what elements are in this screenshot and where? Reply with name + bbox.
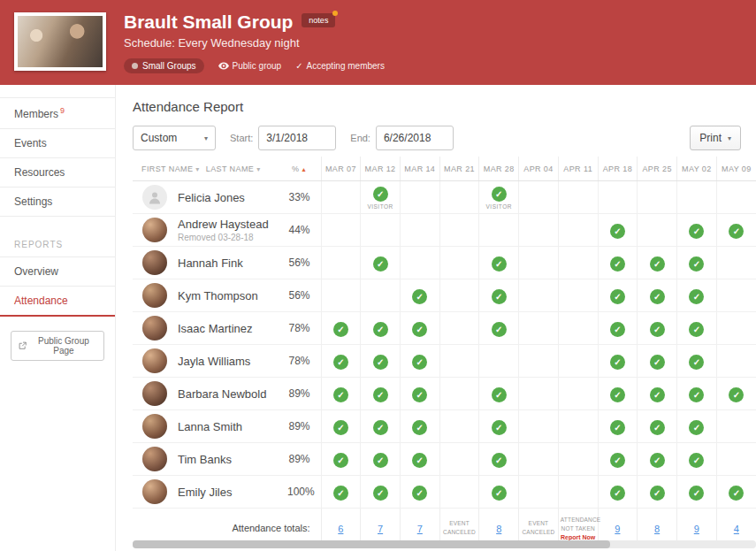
attendance-cell[interactable]: ✓: [716, 214, 756, 247]
attendance-count-link[interactable]: 8: [496, 524, 501, 534]
attendance-cell[interactable]: ✓: [479, 247, 519, 279]
attendance-cell[interactable]: ✓: [479, 279, 519, 312]
attendance-cell[interactable]: [558, 410, 598, 443]
attendance-cell[interactable]: ✓: [361, 443, 401, 476]
member-name[interactable]: Isaac Martinez: [178, 322, 253, 335]
attendance-cell[interactable]: ✓VISITOR: [479, 181, 519, 214]
attendance-cell[interactable]: ✓: [321, 410, 361, 443]
member-name[interactable]: Emily Jiles: [178, 486, 232, 499]
attendance-cell[interactable]: ✓: [638, 345, 677, 378]
attendance-cell[interactable]: [519, 476, 559, 509]
attendance-cell[interactable]: [558, 476, 598, 509]
attendance-cell[interactable]: ✓: [676, 279, 716, 312]
attendance-cell[interactable]: [439, 279, 479, 312]
start-date-input[interactable]: [258, 126, 336, 150]
attendance-cell[interactable]: [558, 345, 598, 378]
attendance-cell[interactable]: [439, 312, 479, 345]
attendance-cell[interactable]: ✓: [598, 247, 638, 279]
report-now-link[interactable]: Report Now: [561, 534, 596, 540]
attendance-cell[interactable]: ✓: [361, 378, 401, 410]
attendance-cell[interactable]: ✓: [479, 378, 519, 410]
attendance-cell[interactable]: ✓: [400, 345, 439, 378]
attendance-cell[interactable]: ✓: [400, 312, 439, 345]
attendance-cell[interactable]: ✓: [676, 214, 716, 247]
member-name[interactable]: Lanna Smith: [178, 420, 242, 433]
sidebar-item-members[interactable]: Members9: [0, 97, 115, 129]
attendance-cell[interactable]: [321, 181, 361, 214]
attendance-cell[interactable]: [558, 312, 598, 345]
member-name[interactable]: Tim Banks: [178, 453, 232, 466]
sidebar-item-settings[interactable]: Settings: [0, 187, 115, 217]
attendance-cell[interactable]: [439, 247, 479, 279]
print-button[interactable]: Print ▾: [690, 126, 741, 150]
attendance-count-link[interactable]: 7: [378, 524, 383, 534]
attendance-cell[interactable]: [519, 378, 559, 410]
date-range-select[interactable]: Custom ▾: [133, 126, 216, 150]
attendance-cell[interactable]: ✓: [400, 378, 439, 410]
attendance-cell[interactable]: [479, 345, 519, 378]
attendance-cell[interactable]: [598, 181, 638, 214]
attendance-cell[interactable]: ✓: [361, 345, 401, 378]
attendance-cell[interactable]: ✓: [361, 312, 401, 345]
attendance-cell[interactable]: ✓: [598, 443, 638, 476]
attendance-cell[interactable]: [558, 247, 598, 279]
attendance-count-link[interactable]: 9: [615, 524, 620, 534]
attendance-cell[interactable]: ✓: [676, 443, 716, 476]
attendance-cell[interactable]: ✓: [638, 378, 677, 410]
sidebar-item-overview[interactable]: Overview: [0, 256, 115, 287]
attendance-cell[interactable]: [519, 345, 559, 378]
horizontal-scrollbar-track[interactable]: [133, 540, 756, 548]
attendance-cell[interactable]: ✓: [598, 312, 638, 345]
attendance-cell[interactable]: [519, 247, 559, 279]
attendance-cell[interactable]: ✓: [676, 345, 716, 378]
group-photo[interactable]: [14, 12, 106, 71]
attendance-cell[interactable]: [439, 378, 479, 410]
attendance-cell[interactable]: ✓: [361, 247, 401, 279]
attendance-count-link[interactable]: 9: [694, 524, 699, 534]
attendance-cell[interactable]: ✓: [598, 345, 638, 378]
horizontal-scrollbar-thumb[interactable]: [133, 540, 610, 548]
attendance-cell[interactable]: [638, 214, 677, 247]
member-name[interactable]: Andrew Haystead: [178, 218, 269, 231]
attendance-cell[interactable]: [439, 214, 479, 247]
attendance-cell[interactable]: ✓: [321, 443, 361, 476]
attendance-count-link[interactable]: 8: [654, 524, 660, 534]
attendance-cell[interactable]: [400, 181, 439, 214]
attendance-cell[interactable]: [519, 214, 559, 247]
attendance-cell[interactable]: ✓: [676, 247, 716, 279]
sidebar-item-attendance[interactable]: Attendance: [0, 287, 115, 317]
attendance-cell[interactable]: ✓: [638, 312, 677, 345]
attendance-cell[interactable]: ✓: [321, 312, 361, 345]
attendance-cell[interactable]: [716, 279, 756, 312]
attendance-cell[interactable]: ✓: [676, 476, 716, 509]
attendance-cell[interactable]: ✓: [716, 476, 756, 509]
attendance-count-link[interactable]: 4: [734, 524, 739, 534]
attendance-cell[interactable]: ✓: [638, 476, 677, 509]
attendance-cell[interactable]: [439, 443, 479, 476]
attendance-cell[interactable]: ✓: [598, 410, 638, 443]
column-header-name[interactable]: FIRST NAME▾LAST NAME▾: [133, 157, 286, 181]
attendance-cell[interactable]: [321, 279, 361, 312]
attendance-cell[interactable]: ✓: [598, 214, 638, 247]
attendance-cell[interactable]: [439, 345, 479, 378]
attendance-cell[interactable]: [439, 476, 479, 509]
attendance-cell[interactable]: ✓: [479, 312, 519, 345]
attendance-cell[interactable]: [558, 378, 598, 410]
member-name[interactable]: Barbara Newbold: [178, 387, 266, 401]
end-date-input[interactable]: [376, 126, 454, 150]
attendance-cell[interactable]: [716, 345, 756, 378]
attendance-cell[interactable]: [361, 279, 401, 312]
attendance-cell[interactable]: [400, 247, 439, 279]
attendance-count-link[interactable]: 7: [417, 524, 423, 534]
attendance-cell[interactable]: ✓: [676, 410, 716, 443]
attendance-cell[interactable]: ✓: [598, 476, 638, 509]
attendance-cell[interactable]: [361, 214, 401, 247]
attendance-cell[interactable]: ✓: [479, 476, 519, 509]
attendance-cell[interactable]: [716, 443, 756, 476]
attendance-cell[interactable]: ✓: [676, 378, 716, 410]
attendance-cell[interactable]: ✓: [400, 476, 439, 509]
attendance-cell[interactable]: [716, 312, 756, 345]
attendance-cell[interactable]: [519, 312, 559, 345]
attendance-cell[interactable]: ✓: [321, 476, 361, 509]
attendance-cell[interactable]: [558, 443, 598, 476]
